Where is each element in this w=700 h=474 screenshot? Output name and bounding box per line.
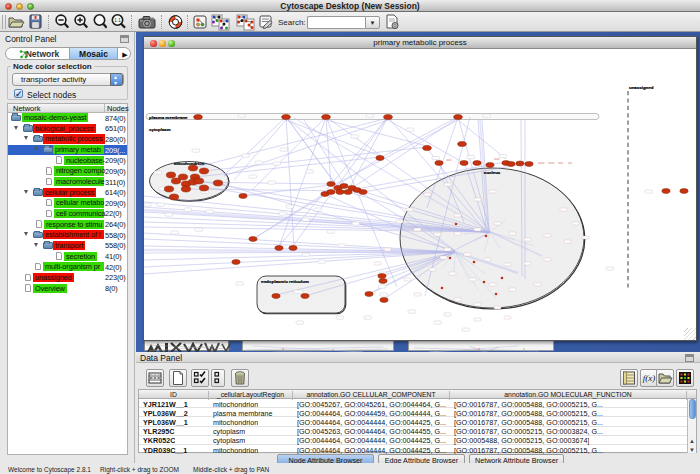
- svg-text:f(x): f(x): [643, 373, 656, 383]
- svg-text:endoplasmic reticulum: endoplasmic reticulum: [261, 279, 309, 284]
- svg-text:cytoplasm: cytoplasm: [149, 127, 171, 132]
- svg-text:nucleus: nucleus: [484, 170, 501, 175]
- svg-text:1:1: 1:1: [114, 18, 121, 23]
- svg-text:plasma membrane: plasma membrane: [149, 115, 188, 120]
- svg-text:unassigned: unassigned: [629, 85, 654, 90]
- svg-text:mitochondrion: mitochondrion: [174, 161, 205, 166]
